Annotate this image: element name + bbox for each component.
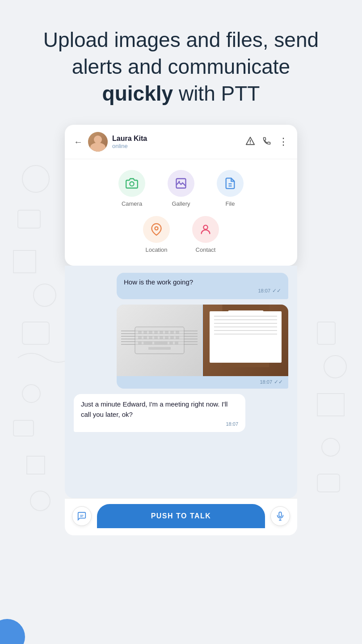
svg-rect-40 <box>169 342 173 344</box>
svg-point-2 <box>34 284 56 306</box>
svg-rect-27 <box>170 331 174 334</box>
sent-image-message: 18:07 ✓✓ <box>117 305 288 389</box>
contact-name: Laura Kita <box>112 135 245 143</box>
header-line3-rest: with PTT <box>173 82 260 105</box>
attachment-gallery[interactable]: Gallery <box>168 170 194 207</box>
svg-rect-38 <box>143 342 152 344</box>
notebook-image <box>203 305 288 376</box>
location-icon-circle <box>143 216 170 243</box>
received-meta: 18:07 <box>81 421 238 427</box>
svg-rect-51 <box>242 355 250 358</box>
attachment-row-2: Location Contact <box>78 216 284 253</box>
app-mockup: ← Laura Kita online <box>65 125 297 535</box>
file-label: File <box>226 200 235 207</box>
push-to-talk-button[interactable]: PUSH TO TALK <box>97 504 265 528</box>
svg-point-13 <box>130 182 134 186</box>
svg-rect-3 <box>22 322 49 344</box>
svg-rect-44 <box>228 311 263 356</box>
header-section: Upload images and files, send alerts and… <box>0 0 362 125</box>
header-line3-bold: quickly <box>102 82 173 105</box>
svg-rect-5 <box>13 420 34 436</box>
svg-rect-22 <box>143 331 147 334</box>
attachment-file[interactable]: File <box>217 170 244 207</box>
location-label: Location <box>145 246 167 253</box>
more-options-icon[interactable]: ⋮ <box>278 136 288 148</box>
contact-info: Laura Kita online <box>112 135 245 149</box>
svg-rect-7 <box>317 322 335 344</box>
header-title: Upload images and files, send alerts and… <box>27 27 335 107</box>
svg-rect-10 <box>317 474 340 492</box>
attachment-popup: ← Laura Kita online <box>65 125 297 266</box>
svg-rect-33 <box>160 336 163 339</box>
svg-point-0 <box>22 165 49 192</box>
received-message-time: 18:07 <box>226 421 238 427</box>
svg-point-12 <box>250 143 251 144</box>
image-message-time: 18:07 <box>260 379 272 385</box>
svg-rect-42 <box>148 347 171 350</box>
svg-rect-34 <box>165 336 168 339</box>
attachment-location[interactable]: Location <box>143 216 170 253</box>
svg-rect-32 <box>154 336 158 339</box>
svg-rect-29 <box>138 336 142 339</box>
avatar <box>88 132 108 152</box>
svg-rect-55 <box>279 512 282 517</box>
back-button[interactable]: ← <box>74 137 83 147</box>
chat-header: ← Laura Kita online <box>65 125 297 159</box>
mic-button[interactable] <box>270 506 290 526</box>
bottom-bar: PUSH TO TALK <box>65 498 297 535</box>
svg-rect-37 <box>138 342 142 344</box>
attachment-contact[interactable]: Contact <box>192 216 219 253</box>
avatar-image <box>88 132 108 152</box>
chat-area: How is the work going? 18:07 ✓✓ <box>65 266 297 498</box>
svg-rect-30 <box>143 336 147 339</box>
contact-label: Contact <box>196 246 216 253</box>
svg-point-19 <box>203 225 207 229</box>
svg-rect-52 <box>247 313 255 336</box>
header-line2: alerts and communicate <box>72 55 290 78</box>
attachment-camera[interactable]: Camera <box>118 170 145 207</box>
contact-status: online <box>112 143 245 149</box>
gallery-label: Gallery <box>172 200 190 207</box>
svg-rect-35 <box>170 336 174 339</box>
received-message-text: Just a minute Edward, I'm a meeting righ… <box>81 399 238 419</box>
phone-icon[interactable] <box>262 136 271 148</box>
camera-label: Camera <box>122 200 142 207</box>
svg-rect-24 <box>154 331 158 334</box>
image-grid <box>117 305 288 376</box>
attachment-row-1: Camera Gallery <box>78 170 284 207</box>
svg-rect-21 <box>138 331 142 334</box>
image-meta: 18:07 ✓✓ <box>117 376 288 389</box>
header-icons: ⋮ <box>245 136 288 148</box>
message-time-1: 18:07 <box>258 288 270 293</box>
sent-message-1: How is the work going? 18:07 ✓✓ <box>117 273 288 299</box>
message-meta-1: 18:07 ✓✓ <box>124 288 281 294</box>
svg-point-15 <box>178 181 180 183</box>
alert-icon[interactable] <box>245 136 255 148</box>
svg-rect-39 <box>154 342 168 344</box>
chat-button[interactable] <box>72 506 92 526</box>
svg-point-8 <box>324 356 346 378</box>
contact-icon-circle <box>192 216 219 243</box>
sent-message-text-1: How is the work going? <box>124 278 281 286</box>
svg-point-6 <box>30 491 50 511</box>
svg-rect-1 <box>18 210 40 228</box>
svg-rect-43 <box>222 305 269 367</box>
svg-point-9 <box>322 438 340 456</box>
svg-rect-36 <box>176 336 179 339</box>
svg-rect-25 <box>160 331 163 334</box>
image-double-check: ✓✓ <box>274 379 283 385</box>
svg-rect-23 <box>149 331 152 334</box>
received-message-1: Just a minute Edward, I'm a meeting righ… <box>74 394 245 432</box>
svg-rect-31 <box>149 336 152 339</box>
svg-point-4 <box>22 385 40 402</box>
svg-point-18 <box>155 227 158 230</box>
gallery-icon-circle <box>168 170 194 197</box>
file-icon-circle <box>217 170 244 197</box>
svg-rect-41 <box>175 342 178 344</box>
svg-rect-28 <box>176 331 179 334</box>
camera-icon-circle <box>118 170 145 197</box>
attachment-grid: Camera Gallery <box>65 159 297 266</box>
header-line1: Upload images and files, send <box>43 28 319 51</box>
keyboard-image <box>117 305 202 376</box>
svg-rect-26 <box>165 331 168 334</box>
